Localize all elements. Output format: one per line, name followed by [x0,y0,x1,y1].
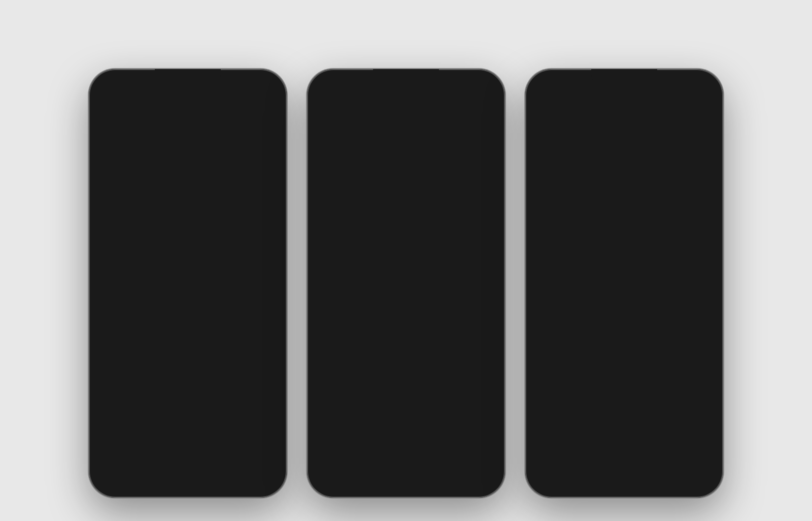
file-thumb-mp3 [224,305,269,350]
tab-browse-1[interactable]: 📂 Duyệt [219,457,282,477]
time-1: 9:46 [106,80,119,88]
file-item-apk[interactable]: KODIVN194.apk 5/2/2270.8 MB [100,301,158,383]
done-button[interactable]: Xong [691,93,710,102]
file-item-rw[interactable]: imgonline-com-u...Rw.jpg 8/1/22250 KB [159,217,217,300]
dropdown-item-size[interactable]: Kích cỡ [322,333,490,355]
title-text-2: Tải về [404,95,429,106]
dropdown-item-list[interactable]: Danh sách ≡ [322,242,490,265]
tab-recent-1[interactable]: 🕐 Gần đây [94,457,156,477]
file-name-3-img8575: IMG_8575.HEIC [665,183,702,198]
back-label-1: Trên iPhone [106,95,147,104]
dropdown-item-icons[interactable]: ✓ Biểu tượng ⊞ [322,218,490,242]
file-item-img8768[interactable]: IMG_8768.heic 10/20/221.4 MB [100,217,158,300]
dropdown-item-viewopts[interactable]: › Tùy chọn Xem [322,379,490,401]
file-thumb-3-img8575 [660,135,706,180]
file-item-blurred[interactable]: 8/2/22 [159,301,217,383]
file-item-3-mp3[interactable]: y2mate.com -INNA_Up.mp3 8/2/222.4 MB [654,299,712,381]
folder-icon: 📁 [616,459,630,472]
grid-toggle-button[interactable]: ⊞ [678,92,685,103]
action-bar-3: ⬆ ＋ 📁 🗑 ••• [530,452,718,493]
file-name-rw: imgonline-com-u...Rw.jpg [170,270,207,285]
phone-3: 9:47 ▌▌▌ 📶 58 Chọn tất cả 5 Mục ⊞ Xong [525,69,723,498]
nav-bar-2: ‹ Trên iPhone Tải về ⌄ ••• [312,90,500,112]
file-item-img5565[interactable]: IMG_5565.HEIC 9:02 SA1.6 MB [159,134,217,216]
share-action[interactable]: ⬆ [544,459,553,472]
more-action[interactable]: ••• [693,459,705,472]
select-all-button[interactable]: Chọn tất cả [538,93,577,102]
file-meta-3-img5565: 9:02 SA1.6 MB [615,198,633,209]
file-name-fptshop: Fptshop.com.vn Điệ...t 2.pdf [111,186,147,201]
dropdown-label-chon: Chọn [332,129,351,138]
file-item-3-rw[interactable]: ✓ imgonline-com-u...Rw.jpg 8/1/22250 KB [595,215,653,298]
file-name-apk: KODIVN194.apk [110,353,148,368]
file-item-mp3[interactable]: y2mate.com -INNA_Up.mp3 8/2/222.4 MB [218,301,276,383]
file-item-3-img8575[interactable]: IMG_8575.HEIC Hôm kia1.5 MB [654,129,712,214]
wifi-icon-3: 📶 [675,81,683,88]
tab-browse-label-1: Duyệt [244,471,257,477]
file-item-3-apk[interactable]: KODIVN194.apk 5/2/2270.8 MB [536,299,594,381]
battery-1 [249,81,260,87]
battery-pct-1: 58 [263,81,269,88]
search-placeholder-3: Tìm kiếm [557,113,589,122]
selection-count: 5 Mục [581,93,673,102]
more-icon: ••• [693,459,705,472]
dropdown-item-type[interactable]: Loại [322,287,490,310]
count-text: 5 Mục [616,93,638,102]
dropdown-label-viewopts: › Tùy chọn Xem [330,385,384,395]
status-right-2: ▌▌▌ 📶 58 [442,81,488,88]
file-thumb-3-rw: ✓ [601,219,647,265]
dropdown-label-tag: Thẻ [340,362,353,371]
battery-pct-3: 58 [699,81,706,88]
nav-back-2[interactable]: ‹ Trên iPhone [320,96,365,105]
status-right-1: ▌▌▌ 📶 58 [223,81,269,88]
file-item-3-img8768[interactable]: IMG_8768.heic 10/20/221.4 MB [536,215,594,298]
wifi-icon-1: 📶 [239,81,247,88]
nav-action-2[interactable]: ••• [476,92,492,108]
tab-shared-1[interactable]: 📁 Được chia sẻ [156,457,219,477]
file-name-img8768: IMG_8768.heic [110,270,148,277]
file-item-img8575[interactable]: IMG_8575.HEIC Hôm kia1.5 MB [218,134,276,216]
dropdown-label-date: Ngày [340,317,357,325]
file-meta-blurred: 8/2/22 [181,353,195,359]
file-item-2w[interactable]: imgonline-com-u...2w.jpg 8/1/22201 KB [218,217,276,300]
back-chevron-1: ‹ [102,95,105,104]
dropdown-item-folder[interactable]: Thư mục mới 📁 [322,146,490,171]
delete-icon: 🗑 [656,459,667,472]
dropdown-item-chon[interactable]: Chọn ◎ [323,121,489,146]
file-thumb-rw [165,221,211,267]
dropdown-item-date[interactable]: Ngày [322,310,490,333]
time-2: 9:46 [324,80,337,88]
scan-icon: ⬜ [470,177,482,188]
dropdown-item-name[interactable]: ✓ Tên ∧ [322,265,490,287]
file-item-3-fptshop[interactable]: FPTshop Fptshop.com.vn Điệ...t 2.pdf 8/9… [536,129,594,214]
file-thumb-2w [224,221,269,267]
server-icon: 🖥 [473,202,482,211]
nav-title-2: Tải về ⌄ [369,95,471,106]
ellipsis-icon-2: ••• [479,95,489,106]
file-item-fptshop[interactable]: FPTshop Fptshop.com.vn Điệ...t 2.pdf 8/9… [100,134,158,216]
status-right-3: ▌▌▌ 📶 58 [660,81,706,88]
battery-pct-2: 58 [481,81,488,88]
search-bar-3[interactable]: 🔍 Tìm kiếm [538,109,710,125]
file-item-3-2w[interactable]: ✓ imgonline-com-u...2w.jpg 8/1/22201 KB [654,215,712,298]
dropdown-item-scan[interactable]: Quét tài liệu ⬜ [322,171,490,196]
dropdown-label-size: Kích cỡ [340,339,365,348]
dropdown-item-tag[interactable]: Thẻ [322,355,490,378]
file-item-3-blurred[interactable]: 8/2/22 [595,299,653,381]
delete-action[interactable]: 🗑 [656,459,667,472]
add-action[interactable]: ＋ [579,459,590,474]
nav-action-button-1[interactable]: ••• [258,92,274,107]
file-meta-fptshop: 8/9/224.2 MB [121,201,137,212]
phone-1-screen: 9:46 ▌▌▌ 📶 58 ‹ Trên iPhone Tải về ⌄ ••• [94,74,282,493]
battery-3 [686,81,697,87]
nav-back-1[interactable]: ‹ Trên iPhone [102,95,147,104]
phone-3-notch [591,69,657,84]
dropdown-label-connect: Kết nối với máy chủ [330,202,399,211]
file-meta-img5565: 9:02 SA1.6 MB [179,201,197,212]
search-bar-1[interactable]: 🔍 Tìm kiếm [102,113,274,129]
dropdown-label-scan: Quét tài liệu [330,178,371,187]
file-item-3-img5565[interactable]: IMG_5565.HEIC 9:02 SA1.6 MB [595,129,653,214]
move-action[interactable]: 📁 [616,459,630,472]
file-meta-mp3: 8/2/222.4 MB [239,368,255,379]
dropdown-item-connect[interactable]: Kết nối với máy chủ 🖥 [322,196,490,218]
